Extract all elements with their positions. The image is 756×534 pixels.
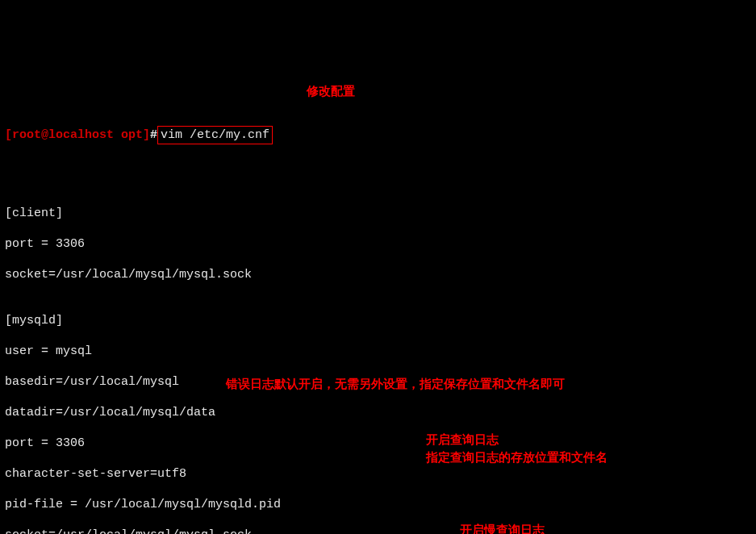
command-box: vim /etc/my.cnf <box>157 126 273 144</box>
mysqld-datadir: datadir=/usr/local/mysql/data <box>5 405 751 420</box>
client-section: [client] <box>5 206 751 221</box>
mysqld-user: user = mysql <box>5 344 751 359</box>
annot-error-log: 错误日志默认开启，无需另外设置，指定保存位置和文件名即可 <box>226 376 565 391</box>
terminal-window[interactable]: [root@localhost opt]#vim /etc/my.cnf 修改配… <box>0 77 756 534</box>
annot-edit-config: 修改配置 <box>307 83 355 98</box>
client-port: port = 3306 <box>5 236 751 252</box>
mysqld-section: [mysqld] <box>5 313 751 328</box>
client-socket: socket=/usr/local/mysql/mysql.sock <box>5 267 751 282</box>
annot-general-2: 指定查询日志的存放位置和文件名 <box>426 449 608 465</box>
mysqld-charset: character-set-server=utf8 <box>5 466 751 482</box>
annot-general-1: 开启查询日志 <box>426 432 499 447</box>
prompt-user: [root@localhost opt] <box>5 128 150 142</box>
mysqld-socket: socket=/usr/local/mysql/mysql.sock <box>5 528 751 534</box>
mysqld-port: port = 3306 <box>5 436 751 451</box>
prompt-hash: # <box>150 128 157 142</box>
vim-command: vim /etc/my.cnf <box>161 128 269 142</box>
prompt-line: [root@localhost opt]#vim /etc/my.cnf <box>5 126 751 144</box>
annot-slow-1: 开启慢查询日志 <box>460 522 545 534</box>
mysqld-pidfile: pid-file = /usr/local/mysql/mysqld.pid <box>5 497 751 512</box>
